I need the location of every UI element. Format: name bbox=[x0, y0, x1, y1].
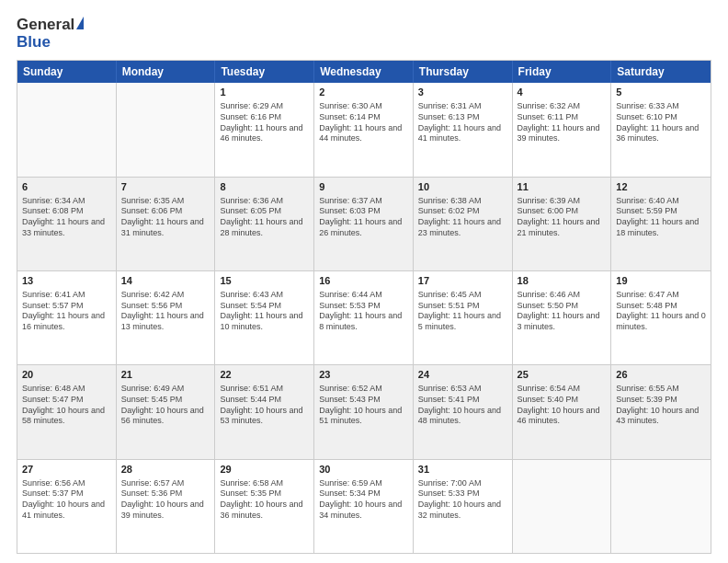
day-info: Sunrise: 6:54 AM Sunset: 5:40 PM Dayligh… bbox=[518, 384, 607, 427]
day-number: 21 bbox=[121, 368, 210, 382]
header: General Blue bbox=[17, 17, 711, 51]
day-info: Sunrise: 6:38 AM Sunset: 6:02 PM Dayligh… bbox=[418, 196, 507, 239]
day-number: 18 bbox=[518, 274, 607, 288]
calendar-row-0: 1Sunrise: 6:29 AM Sunset: 6:16 PM Daylig… bbox=[17, 83, 711, 176]
day-info: Sunrise: 6:56 AM Sunset: 5:37 PM Dayligh… bbox=[22, 478, 111, 522]
calendar-cell: 23Sunrise: 6:52 AM Sunset: 5:43 PM Dayli… bbox=[314, 365, 414, 458]
calendar-cell: 2Sunrise: 6:30 AM Sunset: 6:14 PM Daylig… bbox=[314, 83, 414, 176]
day-number: 17 bbox=[418, 274, 507, 288]
calendar-cell: 24Sunrise: 6:53 AM Sunset: 5:41 PM Dayli… bbox=[414, 365, 513, 458]
calendar-cell: 17Sunrise: 6:45 AM Sunset: 5:51 PM Dayli… bbox=[414, 271, 513, 364]
day-number: 4 bbox=[518, 86, 607, 99]
day-number: 28 bbox=[121, 463, 210, 477]
day-number: 7 bbox=[121, 180, 210, 194]
calendar: SundayMondayTuesdayWednesdayThursdayFrid… bbox=[17, 60, 711, 554]
calendar-header: SundayMondayTuesdayWednesdayThursdayFrid… bbox=[17, 61, 711, 83]
calendar-cell: 31Sunrise: 7:00 AM Sunset: 5:33 PM Dayli… bbox=[414, 460, 513, 553]
calendar-cell: 25Sunrise: 6:54 AM Sunset: 5:40 PM Dayli… bbox=[513, 365, 612, 458]
calendar-cell bbox=[117, 83, 216, 176]
calendar-cell: 13Sunrise: 6:41 AM Sunset: 5:57 PM Dayli… bbox=[17, 271, 117, 364]
day-info: Sunrise: 6:44 AM Sunset: 5:53 PM Dayligh… bbox=[319, 290, 408, 333]
logo-general-text: General bbox=[17, 17, 74, 34]
day-info: Sunrise: 6:42 AM Sunset: 5:56 PM Dayligh… bbox=[121, 290, 210, 333]
day-info: Sunrise: 6:53 AM Sunset: 5:41 PM Dayligh… bbox=[418, 384, 507, 427]
weekday-header-friday: Friday bbox=[513, 61, 612, 83]
weekday-header-tuesday: Tuesday bbox=[215, 61, 314, 83]
calendar-cell: 14Sunrise: 6:42 AM Sunset: 5:56 PM Dayli… bbox=[117, 271, 216, 364]
day-info: Sunrise: 6:47 AM Sunset: 5:48 PM Dayligh… bbox=[616, 290, 706, 333]
calendar-cell: 28Sunrise: 6:57 AM Sunset: 5:36 PM Dayli… bbox=[117, 460, 216, 553]
day-number: 1 bbox=[220, 86, 309, 99]
logo-triangle bbox=[76, 17, 84, 29]
day-info: Sunrise: 6:51 AM Sunset: 5:44 PM Dayligh… bbox=[220, 384, 309, 427]
day-number: 22 bbox=[220, 368, 309, 382]
calendar-cell bbox=[17, 83, 117, 176]
day-info: Sunrise: 6:52 AM Sunset: 5:43 PM Dayligh… bbox=[319, 384, 408, 427]
weekday-header-wednesday: Wednesday bbox=[314, 61, 414, 83]
calendar-body: 1Sunrise: 6:29 AM Sunset: 6:16 PM Daylig… bbox=[17, 83, 711, 553]
calendar-cell: 5Sunrise: 6:33 AM Sunset: 6:10 PM Daylig… bbox=[611, 83, 711, 176]
day-info: Sunrise: 6:39 AM Sunset: 6:00 PM Dayligh… bbox=[518, 196, 607, 239]
day-number: 13 bbox=[22, 274, 111, 288]
calendar-row-2: 13Sunrise: 6:41 AM Sunset: 5:57 PM Dayli… bbox=[17, 270, 711, 364]
day-info: Sunrise: 6:34 AM Sunset: 6:08 PM Dayligh… bbox=[22, 196, 111, 239]
logo: General Blue bbox=[17, 17, 84, 51]
day-info: Sunrise: 6:35 AM Sunset: 6:06 PM Dayligh… bbox=[121, 196, 210, 239]
calendar-cell: 1Sunrise: 6:29 AM Sunset: 6:16 PM Daylig… bbox=[215, 83, 314, 176]
calendar-cell: 30Sunrise: 6:59 AM Sunset: 5:34 PM Dayli… bbox=[314, 460, 414, 553]
weekday-header-sunday: Sunday bbox=[17, 61, 117, 83]
calendar-row-4: 27Sunrise: 6:56 AM Sunset: 5:37 PM Dayli… bbox=[17, 459, 711, 553]
calendar-cell: 16Sunrise: 6:44 AM Sunset: 5:53 PM Dayli… bbox=[314, 271, 414, 364]
day-info: Sunrise: 6:37 AM Sunset: 6:03 PM Dayligh… bbox=[319, 196, 408, 239]
day-number: 6 bbox=[22, 180, 111, 194]
day-info: Sunrise: 6:41 AM Sunset: 5:57 PM Dayligh… bbox=[22, 290, 111, 333]
calendar-cell: 15Sunrise: 6:43 AM Sunset: 5:54 PM Dayli… bbox=[215, 271, 314, 364]
day-number: 10 bbox=[418, 180, 507, 194]
day-info: Sunrise: 6:40 AM Sunset: 5:59 PM Dayligh… bbox=[616, 196, 706, 239]
calendar-cell bbox=[611, 460, 711, 553]
day-info: Sunrise: 6:57 AM Sunset: 5:36 PM Dayligh… bbox=[121, 478, 210, 522]
calendar-cell: 21Sunrise: 6:49 AM Sunset: 5:45 PM Dayli… bbox=[117, 365, 216, 458]
day-info: Sunrise: 6:45 AM Sunset: 5:51 PM Dayligh… bbox=[418, 290, 507, 333]
day-number: 12 bbox=[616, 180, 706, 194]
day-number: 24 bbox=[418, 368, 507, 382]
day-info: Sunrise: 6:55 AM Sunset: 5:39 PM Dayligh… bbox=[616, 384, 706, 427]
calendar-cell: 20Sunrise: 6:48 AM Sunset: 5:47 PM Dayli… bbox=[17, 365, 117, 458]
calendar-cell bbox=[513, 460, 612, 553]
day-number: 25 bbox=[518, 368, 607, 382]
calendar-cell: 10Sunrise: 6:38 AM Sunset: 6:02 PM Dayli… bbox=[414, 178, 513, 270]
day-info: Sunrise: 6:48 AM Sunset: 5:47 PM Dayligh… bbox=[22, 384, 111, 427]
weekday-header-saturday: Saturday bbox=[611, 61, 711, 83]
calendar-cell: 7Sunrise: 6:35 AM Sunset: 6:06 PM Daylig… bbox=[117, 178, 216, 270]
day-info: Sunrise: 6:32 AM Sunset: 6:11 PM Dayligh… bbox=[518, 101, 607, 144]
day-number: 26 bbox=[616, 368, 706, 382]
weekday-header-monday: Monday bbox=[117, 61, 216, 83]
day-number: 19 bbox=[616, 274, 706, 288]
calendar-cell: 9Sunrise: 6:37 AM Sunset: 6:03 PM Daylig… bbox=[314, 178, 414, 270]
calendar-cell: 19Sunrise: 6:47 AM Sunset: 5:48 PM Dayli… bbox=[611, 271, 711, 364]
calendar-cell: 22Sunrise: 6:51 AM Sunset: 5:44 PM Dayli… bbox=[215, 365, 314, 458]
calendar-row-3: 20Sunrise: 6:48 AM Sunset: 5:47 PM Dayli… bbox=[17, 364, 711, 458]
day-number: 8 bbox=[220, 180, 309, 194]
day-number: 15 bbox=[220, 274, 309, 288]
calendar-cell: 27Sunrise: 6:56 AM Sunset: 5:37 PM Dayli… bbox=[17, 460, 117, 553]
day-info: Sunrise: 6:33 AM Sunset: 6:10 PM Dayligh… bbox=[616, 101, 706, 144]
day-info: Sunrise: 6:58 AM Sunset: 5:35 PM Dayligh… bbox=[220, 478, 309, 522]
day-number: 11 bbox=[518, 180, 607, 194]
day-number: 3 bbox=[418, 86, 507, 99]
calendar-cell: 4Sunrise: 6:32 AM Sunset: 6:11 PM Daylig… bbox=[513, 83, 612, 176]
day-info: Sunrise: 7:00 AM Sunset: 5:33 PM Dayligh… bbox=[418, 478, 507, 522]
day-number: 14 bbox=[121, 274, 210, 288]
day-info: Sunrise: 6:29 AM Sunset: 6:16 PM Dayligh… bbox=[220, 101, 309, 144]
day-number: 30 bbox=[319, 463, 408, 477]
day-number: 29 bbox=[220, 463, 309, 477]
day-number: 31 bbox=[418, 463, 507, 477]
day-info: Sunrise: 6:43 AM Sunset: 5:54 PM Dayligh… bbox=[220, 290, 309, 333]
day-info: Sunrise: 6:49 AM Sunset: 5:45 PM Dayligh… bbox=[121, 384, 210, 427]
day-number: 20 bbox=[22, 368, 111, 382]
calendar-row-1: 6Sunrise: 6:34 AM Sunset: 6:08 PM Daylig… bbox=[17, 177, 711, 270]
calendar-cell: 26Sunrise: 6:55 AM Sunset: 5:39 PM Dayli… bbox=[611, 365, 711, 458]
calendar-cell: 3Sunrise: 6:31 AM Sunset: 6:13 PM Daylig… bbox=[414, 83, 513, 176]
calendar-cell: 11Sunrise: 6:39 AM Sunset: 6:00 PM Dayli… bbox=[513, 178, 612, 270]
logo-display: General Blue bbox=[17, 17, 84, 51]
